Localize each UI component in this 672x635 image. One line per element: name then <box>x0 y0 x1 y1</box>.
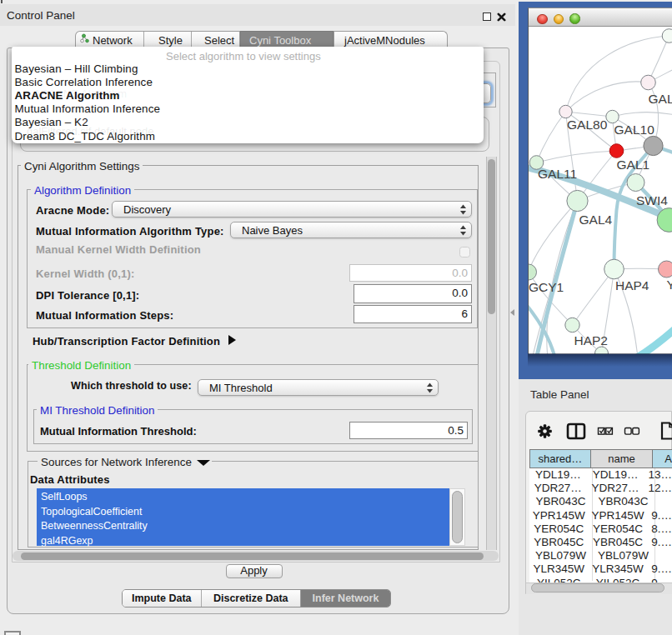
svg-text:GAL1: GAL1 <box>617 158 650 172</box>
svg-text:GAL7: GAL7 <box>649 92 672 106</box>
svg-text:HAP4: HAP4 <box>615 278 649 292</box>
svg-text:GCY1: GCY1 <box>529 280 564 294</box>
svg-text:GAL11: GAL11 <box>538 167 577 181</box>
svg-text:GAL4: GAL4 <box>579 212 613 227</box>
svg-text:GAL80: GAL80 <box>567 118 608 132</box>
svg-text:HAP2: HAP2 <box>574 333 609 348</box>
svg-text:GAL10: GAL10 <box>614 122 655 137</box>
svg-text:YE: YE <box>667 278 672 292</box>
svg-text:SWI4: SWI4 <box>636 193 668 208</box>
